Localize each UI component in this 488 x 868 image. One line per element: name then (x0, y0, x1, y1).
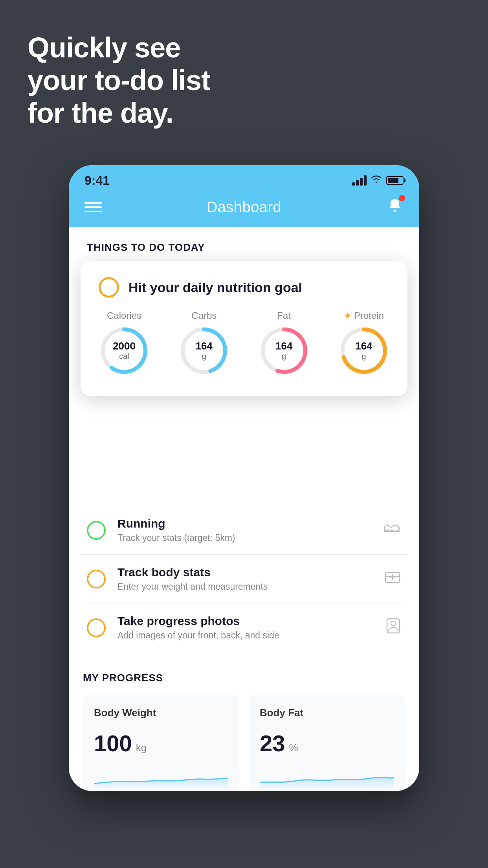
headline-line2: your to-do list (28, 64, 210, 97)
nav-bar: Dashboard (69, 193, 419, 227)
progress-header: MY PROGRESS (83, 672, 405, 684)
body-weight-chart (94, 766, 228, 789)
headline: Quickly see your to-do list for the day. (28, 31, 210, 129)
body-weight-card[interactable]: Body Weight 100 kg (83, 695, 239, 791)
person-icon (385, 617, 401, 638)
photos-title: Take progress photos (117, 614, 374, 628)
things-to-do-header: THINGS TO DO TODAY (69, 227, 419, 261)
signal-icon (352, 175, 367, 186)
svg-point-10 (391, 621, 396, 626)
content-area: THINGS TO DO TODAY Hit your daily nutrit… (69, 227, 419, 791)
nutrition-carbs: Carbs 164 g (178, 310, 229, 376)
fat-label: Fat (277, 310, 291, 321)
nutrition-fat: Fat 164 g (259, 310, 310, 376)
nutrition-grid: Calories 2000 cal (99, 310, 389, 376)
notification-bell[interactable] (386, 197, 404, 218)
carbs-value: 164 (196, 340, 213, 352)
body-fat-chart (260, 766, 394, 789)
nutrition-card-title: Hit your daily nutrition goal (128, 280, 302, 295)
protein-ring: 164 g (338, 325, 389, 376)
star-icon: ★ (344, 311, 352, 321)
protein-value: 164 (355, 340, 372, 352)
body-fat-card[interactable]: Body Fat 23 % (249, 695, 405, 791)
nutrition-check-circle[interactable] (99, 277, 119, 298)
photos-check-circle[interactable] (87, 618, 106, 637)
fat-unit: g (282, 352, 286, 360)
photos-subtitle: Add images of your front, back, and side (117, 630, 374, 641)
body-stats-check-circle[interactable] (87, 570, 106, 588)
scale-icon (384, 569, 401, 588)
body-weight-unit: kg (136, 742, 147, 754)
status-icons (352, 175, 404, 187)
running-title: Running (117, 517, 371, 530)
calories-unit: cal (119, 352, 129, 360)
body-fat-unit: % (289, 742, 298, 754)
fat-ring: 164 g (259, 325, 310, 376)
body-fat-num: 23 (260, 730, 285, 756)
hamburger-menu[interactable] (84, 202, 102, 212)
body-fat-value: 23 % (260, 730, 394, 756)
nutrition-calories: Calories 2000 cal (99, 310, 150, 376)
protein-unit: g (361, 352, 366, 360)
nutrition-protein: ★ Protein 164 g (338, 310, 389, 376)
shoe-icon (383, 521, 401, 539)
body-weight-value: 100 kg (94, 730, 228, 756)
wifi-icon (371, 175, 382, 187)
body-weight-num: 100 (94, 730, 132, 756)
todo-item-body-stats[interactable]: Track body stats Enter your weight and m… (81, 555, 407, 603)
calories-value: 2000 (113, 340, 136, 352)
body-weight-title: Body Weight (94, 707, 228, 719)
headline-line1: Quickly see (28, 31, 210, 64)
status-time: 9:41 (84, 173, 110, 188)
running-subtitle: Track your stats (target: 5km) (117, 533, 371, 543)
progress-section: MY PROGRESS Body Weight 100 kg (69, 652, 419, 791)
body-stats-subtitle: Enter your weight and measurements (117, 581, 372, 592)
running-check-circle[interactable] (87, 521, 106, 540)
todo-list: Running Track your stats (target: 5km) T… (69, 506, 419, 652)
nutrition-card: Hit your daily nutrition goal Calories 2 (81, 261, 407, 396)
card-header: Hit your daily nutrition goal (99, 277, 389, 298)
battery-icon (386, 176, 404, 185)
protein-label: ★ Protein (344, 310, 384, 321)
nav-title: Dashboard (207, 199, 281, 216)
calories-ring: 2000 cal (99, 325, 150, 376)
carbs-unit: g (202, 352, 206, 360)
calories-label: Calories (107, 310, 141, 321)
headline-line3: for the day. (28, 97, 210, 129)
notification-dot (399, 195, 405, 201)
fat-value: 164 (275, 340, 292, 352)
progress-grid: Body Weight 100 kg (83, 695, 405, 791)
body-stats-title: Track body stats (117, 566, 372, 579)
carbs-label: Carbs (191, 310, 216, 321)
body-fat-title: Body Fat (260, 707, 394, 719)
carbs-ring: 164 g (178, 325, 229, 376)
phone-mockup: 9:41 Da (69, 165, 419, 791)
status-bar: 9:41 (69, 165, 419, 193)
todo-item-running[interactable]: Running Track your stats (target: 5km) (81, 506, 407, 555)
todo-item-photos[interactable]: Take progress photos Add images of your … (81, 603, 407, 652)
